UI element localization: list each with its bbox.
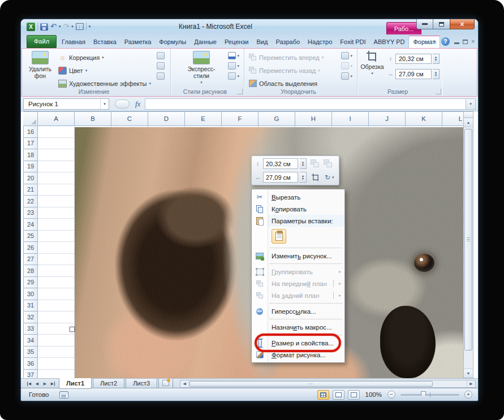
name-box-dropdown-icon[interactable]: ▾ [100, 99, 109, 109]
row-header-35[interactable]: 35 [23, 347, 38, 358]
row-header-18[interactable]: 18 [23, 149, 38, 161]
change-picture-icon[interactable] [157, 62, 165, 70]
column-header-A[interactable]: A [38, 111, 75, 126]
row-header-32[interactable]: 32 [23, 311, 38, 323]
align-icon[interactable] [341, 52, 349, 59]
workbook-restore-icon[interactable] [463, 40, 468, 44]
row-header-37[interactable]: 37 [23, 370, 38, 379]
ribbon-tab-11[interactable]: ABBYY PD [370, 36, 409, 48]
split-box[interactable] [464, 112, 473, 118]
row-header-34[interactable]: 34 [23, 335, 38, 347]
ribbon-tab-7[interactable]: Вид [253, 36, 272, 48]
scroll-down-icon[interactable]: ▼ [464, 369, 473, 378]
row-header-22[interactable]: 22 [23, 196, 38, 207]
zoom-slider-handle[interactable] [421, 391, 426, 399]
sheet-tab-Лист1[interactable]: Лист1 [59, 378, 92, 389]
scroll-left-icon[interactable]: ◀ [180, 380, 189, 387]
picture-effects-icon[interactable] [228, 62, 236, 70]
row-header-30[interactable]: 30 [23, 288, 38, 300]
column-header-K[interactable]: K [406, 111, 442, 126]
width-spinner[interactable]: ▲▼ [433, 69, 440, 79]
column-header-E[interactable]: E [185, 111, 222, 126]
insert-function-icon[interactable]: fx [135, 99, 140, 109]
color-button[interactable]: Цвет ▾ [58, 65, 151, 76]
scroll-up-icon[interactable]: ▲ [464, 118, 473, 127]
previous-sheet-button[interactable]: ◀ [33, 380, 41, 388]
mini-height-spinner[interactable]: ▲▼ [300, 158, 307, 169]
last-sheet-button[interactable]: ▶ [49, 380, 57, 388]
rotate-objects-icon[interactable] [341, 72, 349, 80]
compress-pictures-icon[interactable] [157, 52, 165, 59]
scroll-right-icon[interactable]: ▶ [467, 380, 475, 387]
column-header-B[interactable]: B [75, 111, 111, 126]
picture-layout-icon[interactable] [228, 72, 236, 80]
menu-item-13[interactable]: Назначить макрос... [252, 321, 344, 333]
dialog-launcher-icon[interactable] [436, 89, 441, 94]
selection-pane-button[interactable]: Область выделения [249, 78, 324, 89]
ribbon-tab-8[interactable]: Разрабо [272, 36, 304, 48]
vertical-scroll-thumb[interactable] [464, 129, 472, 350]
zoom-slider[interactable] [400, 394, 459, 396]
mini-height-input[interactable]: 20,32 см [263, 158, 298, 169]
horizontal-scrollbar[interactable]: ◀ ▶ [180, 380, 476, 388]
ribbon-tab-9[interactable]: Надстро [304, 36, 336, 48]
crop-button[interactable]: Обрезка ▾ [359, 51, 386, 76]
row-header-25[interactable]: 25 [23, 231, 38, 243]
menu-item-15[interactable]: Размер и свойства... [252, 337, 344, 349]
quick-styles-button[interactable]: Экспресс-стили ▾ [183, 51, 219, 85]
menu-item-1[interactable]: Копировать [252, 203, 344, 215]
minimize-ribbon-icon[interactable]: ∧ [433, 39, 437, 45]
spinner-down-icon[interactable]: ▼ [433, 74, 439, 77]
row-header-33[interactable]: 33 [23, 323, 38, 335]
mini-width-input[interactable]: 27,09 см [263, 172, 298, 183]
horizontal-scroll-thumb[interactable] [189, 381, 433, 387]
select-all-corner[interactable] [23, 111, 38, 126]
row-header-17[interactable]: 17 [23, 138, 38, 150]
zoom-out-button[interactable]: − [387, 391, 395, 399]
reset-picture-icon[interactable] [157, 72, 165, 80]
zoom-level[interactable]: 100% [365, 391, 382, 398]
menu-item-16[interactable]: Формат рисунка... [252, 349, 344, 361]
row-header-24[interactable]: 24 [23, 219, 38, 231]
formula-input[interactable] [145, 98, 466, 110]
ribbon-tab-1[interactable]: Главная [58, 36, 89, 48]
menu-item-11[interactable]: Гиперссылка... [252, 305, 344, 317]
next-sheet-button[interactable]: ▶ [41, 380, 49, 388]
row-header-31[interactable]: 31 [23, 300, 38, 312]
column-header-I[interactable]: I [332, 111, 369, 126]
row-header-26[interactable]: 26 [23, 242, 38, 254]
ribbon-tab-2[interactable]: Вставка [89, 36, 120, 48]
zoom-in-button[interactable]: + [464, 391, 472, 399]
minimize-button[interactable] [416, 19, 433, 29]
row-header-29[interactable]: 29 [23, 277, 38, 289]
rotate-icon[interactable]: ↻ [325, 174, 330, 181]
ribbon-tab-file[interactable]: Файл [27, 35, 57, 48]
first-sheet-button[interactable]: ◀ [25, 380, 33, 388]
row-header-27[interactable]: 27 [23, 254, 38, 266]
column-header-J[interactable]: J [369, 111, 406, 126]
picture-selection-handle[interactable] [70, 327, 75, 332]
dialog-launcher-icon[interactable] [237, 89, 243, 94]
picture-border-icon[interactable] [228, 52, 236, 59]
spinner-down-icon[interactable]: ▼ [300, 177, 306, 180]
width-input[interactable]: 27,09 см [395, 69, 432, 79]
ribbon-tab-4[interactable]: Формулы [155, 36, 190, 48]
row-header-19[interactable]: 19 [23, 161, 38, 173]
ribbon-tab-3[interactable]: Разметка [120, 36, 156, 48]
menu-item-0[interactable]: ✂Вырезать [252, 191, 344, 203]
column-header-H[interactable]: H [295, 111, 332, 126]
row-header-23[interactable]: 23 [23, 207, 38, 219]
page-layout-view-button[interactable] [333, 390, 344, 400]
page-break-view-button[interactable] [348, 390, 360, 400]
spinner-down-icon[interactable]: ▼ [433, 59, 439, 62]
macro-record-icon[interactable] [59, 391, 68, 399]
paste-option-button[interactable] [272, 229, 286, 244]
row-header-36[interactable]: 36 [23, 358, 38, 370]
spinner-down-icon[interactable]: ▼ [300, 164, 306, 167]
close-button[interactable]: × [450, 19, 475, 29]
help-icon[interactable]: ? [441, 37, 450, 46]
maximize-button[interactable] [433, 19, 450, 29]
corrections-button[interactable]: ☼ Коррекция ▾ [58, 52, 151, 63]
column-header-G[interactable]: G [259, 111, 295, 126]
normal-view-button[interactable] [317, 390, 329, 400]
